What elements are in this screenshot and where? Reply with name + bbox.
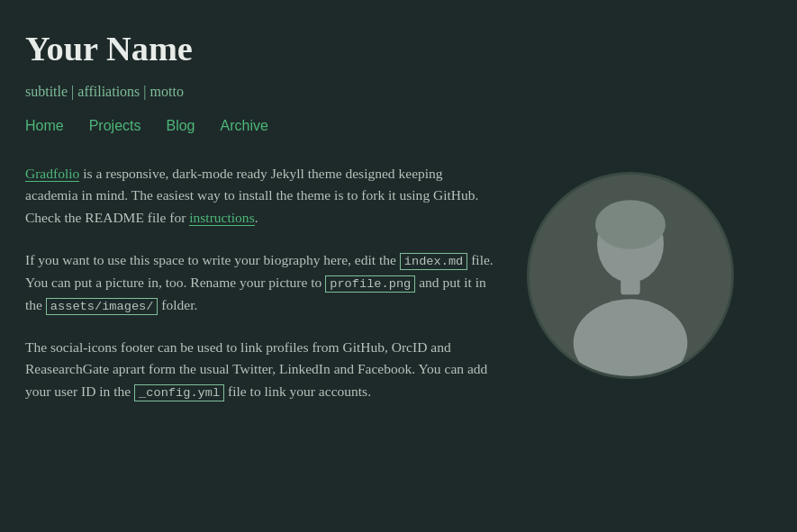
content-area: Gradfolio is a responsive, dark-mode rea…: [25, 163, 772, 423]
site-title: Your Name: [25, 22, 772, 77]
text-content: Gradfolio is a responsive, dark-mode rea…: [25, 163, 494, 423]
site-subtitle: subtitle | affiliations | motto: [25, 80, 772, 104]
gradfolio-link[interactable]: Gradfolio: [25, 166, 79, 182]
para2-text4: folder.: [158, 297, 197, 312]
svg-rect-6: [620, 275, 639, 294]
svg-point-3: [600, 204, 635, 236]
para2-text1: If you want to use this space to write y…: [25, 252, 400, 267]
config-yml-code: _config.yml: [134, 384, 224, 401]
assets-images-code: assets/images/: [46, 298, 158, 315]
avatar-silhouette-icon: [530, 172, 731, 376]
nav-blog[interactable]: Blog: [166, 114, 195, 138]
avatar-area: [522, 163, 738, 379]
profile-png-code: profile.png: [325, 275, 415, 293]
svg-point-4: [629, 209, 657, 233]
paragraph-2: If you want to use this space to write y…: [25, 249, 494, 317]
paragraph-1: Gradfolio is a responsive, dark-mode rea…: [25, 163, 494, 230]
avatar-circle: [527, 172, 734, 379]
para3-text2: file to link your accounts.: [224, 383, 371, 399]
main-nav: Home Projects Blog Archive: [25, 114, 772, 138]
nav-home[interactable]: Home: [25, 114, 64, 138]
index-md-code: index.md: [400, 253, 468, 270]
nav-archive[interactable]: Archive: [221, 114, 268, 138]
nav-projects[interactable]: Projects: [89, 114, 141, 138]
paragraph-3: The social-icons footer can be used to l…: [25, 337, 494, 403]
period-1: .: [255, 210, 258, 225]
instructions-link[interactable]: instructions: [189, 210, 254, 226]
